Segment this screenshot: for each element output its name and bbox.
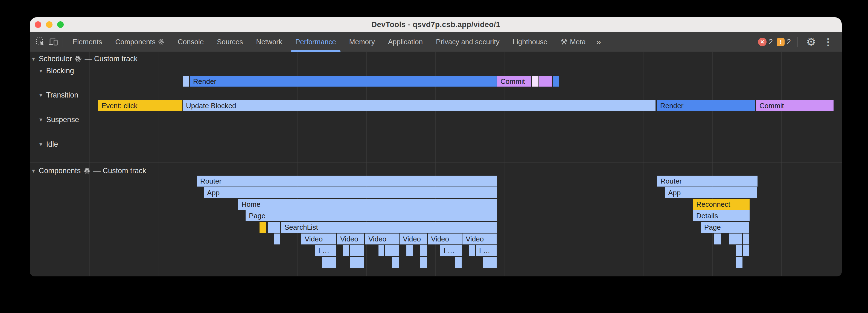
- tab-application[interactable]: Application: [381, 32, 429, 52]
- flame-bar-label: Event: click: [98, 102, 137, 109]
- flame-bar-video[interactable]: Video: [337, 234, 364, 244]
- flame-bar-commit[interactable]: Commit: [497, 76, 531, 86]
- flame-bar-video[interactable]: Video: [365, 234, 399, 244]
- flame-bar[interactable]: [350, 257, 364, 268]
- tab-memory[interactable]: Memory: [343, 32, 381, 52]
- flame-bar-render[interactable]: Render: [190, 76, 497, 86]
- flame-bar[interactable]: [406, 245, 413, 256]
- flame-bar-label: L…: [476, 247, 490, 254]
- flame-bar[interactable]: [743, 234, 749, 244]
- flame-bar-app[interactable]: App: [204, 187, 497, 198]
- flame-bar-render[interactable]: Render: [657, 100, 755, 111]
- flame-bar-update-blocked[interactable]: Update Blocked: [183, 100, 655, 111]
- flame-bar-label: Video: [365, 236, 386, 243]
- toolbar-divider: [798, 37, 798, 47]
- tab-meta[interactable]: ⚒Meta: [554, 32, 592, 52]
- flame-bar-l[interactable]: L…: [476, 245, 497, 256]
- settings-gear-icon[interactable]: ⚙: [805, 34, 818, 49]
- kebab-menu-icon[interactable]: ⋮: [822, 34, 835, 49]
- tab-performance[interactable]: Performance: [289, 32, 343, 52]
- tab-privacy-and-security[interactable]: Privacy and security: [429, 32, 506, 52]
- flame-bar[interactable]: [736, 245, 742, 256]
- flame-bar-details[interactable]: Details: [693, 210, 750, 221]
- flame-bar-page[interactable]: Page: [246, 210, 497, 221]
- minimize-button[interactable]: [46, 21, 53, 28]
- flame-bar-reconnect[interactable]: Reconnect: [693, 199, 750, 210]
- error-badge[interactable]: ✕ 2: [758, 38, 773, 46]
- flame-bar[interactable]: [532, 76, 538, 86]
- flame-bar[interactable]: [322, 257, 336, 268]
- performance-flamechart[interactable]: ▼ Scheduler — Custom track▼ Blocking▼ Tr…: [30, 52, 842, 276]
- flame-bar[interactable]: [268, 222, 280, 233]
- flame-bar-searchlist[interactable]: SearchList: [281, 222, 497, 233]
- flame-bar[interactable]: [729, 234, 742, 244]
- flame-bar-video[interactable]: Video: [428, 234, 462, 244]
- lane-title: Idle: [46, 140, 58, 148]
- flame-bar[interactable]: [259, 222, 266, 233]
- flame-bar[interactable]: [385, 245, 399, 256]
- flame-bar-label: Update Blocked: [183, 102, 236, 109]
- flame-bar-video[interactable]: Video: [400, 234, 427, 244]
- lane-label-blocking[interactable]: ▼ Blocking: [38, 67, 74, 75]
- flame-bar[interactable]: [714, 234, 721, 244]
- collapse-triangle-icon: ▼: [31, 56, 36, 62]
- track-header-components[interactable]: ▼ Components — Custom track: [31, 167, 146, 175]
- zoom-button[interactable]: [57, 21, 64, 28]
- tab-sources[interactable]: Sources: [210, 32, 249, 52]
- lane-label-idle[interactable]: ▼ Idle: [38, 140, 58, 148]
- window-controls: [35, 17, 64, 32]
- flame-bar[interactable]: [736, 257, 742, 268]
- gridline: [643, 52, 644, 276]
- tab-elements[interactable]: Elements: [66, 32, 108, 52]
- tab-console[interactable]: Console: [171, 32, 210, 52]
- flame-bar[interactable]: [469, 245, 475, 256]
- flame-bar[interactable]: [392, 257, 399, 268]
- flame-bar-event-click[interactable]: Event: click: [98, 100, 182, 111]
- lane-label-transition[interactable]: ▼ Transition: [38, 91, 78, 99]
- tab-label: Components: [115, 38, 155, 46]
- titlebar[interactable]: DevTools - qsvd7p.csb.app/video/1: [30, 17, 842, 32]
- close-button[interactable]: [35, 21, 41, 28]
- flame-bar-l[interactable]: L…: [440, 245, 462, 256]
- tab-label: Memory: [349, 38, 375, 46]
- flame-bar-router[interactable]: Router: [657, 176, 757, 186]
- flame-bar[interactable]: [183, 76, 189, 86]
- flame-bar-video[interactable]: Video: [301, 234, 336, 244]
- flame-bar[interactable]: [743, 245, 749, 256]
- flame-bar[interactable]: [378, 245, 384, 256]
- device-toolbar-icon[interactable]: [47, 34, 60, 49]
- collapse-triangle-icon: ▼: [38, 117, 43, 123]
- tab-lighthouse[interactable]: Lighthouse: [506, 32, 554, 52]
- tab-components[interactable]: Components: [108, 32, 171, 52]
- flame-bar-label: App: [204, 189, 220, 196]
- more-tabs-chevron-icon[interactable]: »: [592, 37, 605, 47]
- lane-title: Transition: [46, 91, 79, 99]
- flame-bar-l[interactable]: L…: [315, 245, 336, 256]
- flame-bar[interactable]: [420, 245, 427, 256]
- tab-label: Sources: [217, 38, 243, 46]
- flame-bar-home[interactable]: Home: [238, 199, 497, 210]
- tab-network[interactable]: Network: [250, 32, 289, 52]
- flame-bar[interactable]: [343, 245, 349, 256]
- warning-badge[interactable]: ! 2: [777, 38, 791, 46]
- flame-bar-video[interactable]: Video: [462, 234, 497, 244]
- flame-bar[interactable]: [483, 257, 497, 268]
- track-suffix: — Custom track: [85, 55, 137, 63]
- inspect-icon[interactable]: [34, 34, 47, 49]
- flame-bar[interactable]: [553, 76, 559, 86]
- track-header-scheduler[interactable]: ▼ Scheduler — Custom track: [31, 55, 137, 63]
- flame-bar-app[interactable]: App: [665, 187, 757, 198]
- flame-bar[interactable]: [274, 234, 280, 244]
- flame-bar-commit[interactable]: Commit: [756, 100, 834, 111]
- flame-bar[interactable]: [539, 76, 552, 86]
- flame-bar[interactable]: [420, 257, 427, 268]
- flame-bar-page[interactable]: Page: [701, 222, 749, 233]
- tab-label: Application: [388, 38, 423, 46]
- flame-bar-router[interactable]: Router: [197, 176, 497, 186]
- lane-label-suspense[interactable]: ▼ Suspense: [38, 115, 79, 124]
- flame-bar-label: Router: [657, 177, 682, 185]
- devtools-window: DevTools - qsvd7p.csb.app/video/1 Elemen…: [30, 17, 842, 276]
- react-atom-icon: [158, 38, 165, 45]
- flame-bar[interactable]: [455, 257, 462, 268]
- flame-bar[interactable]: [350, 245, 364, 256]
